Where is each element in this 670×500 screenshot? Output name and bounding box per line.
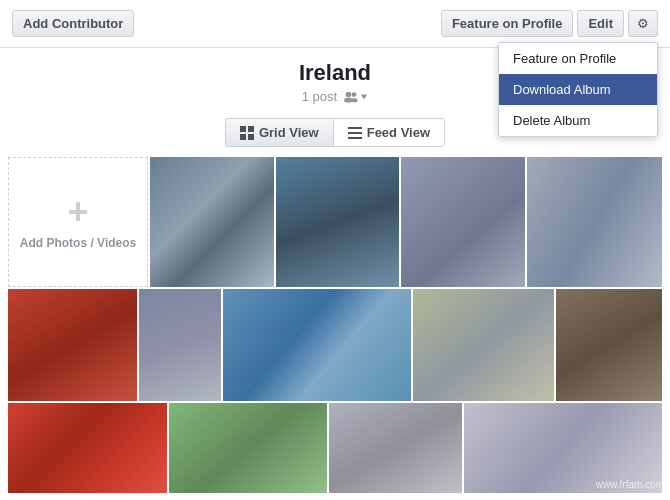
photo-1[interactable] xyxy=(150,157,274,287)
feature-profile-button[interactable]: Feature on Profile xyxy=(441,10,574,37)
photo-2[interactable] xyxy=(276,157,400,287)
svg-point-0 xyxy=(346,91,352,97)
gear-button[interactable]: ⚙ xyxy=(628,10,658,37)
post-count: 1 post xyxy=(302,89,337,104)
photo-11[interactable] xyxy=(169,403,328,493)
photo-10[interactable] xyxy=(8,403,167,493)
add-contributor-button[interactable]: Add Contributor xyxy=(12,10,134,37)
photo-13[interactable] xyxy=(464,403,662,493)
photo-12[interactable] xyxy=(329,403,461,493)
svg-rect-11 xyxy=(348,137,362,139)
grid-icon xyxy=(240,126,254,140)
dropdown-feature-profile[interactable]: Feature on Profile xyxy=(499,43,657,74)
add-photos-cell[interactable]: + Add Photos / Videos xyxy=(8,157,148,287)
top-right-actions: Feature on Profile Edit ⚙ Feature on Pro… xyxy=(441,10,658,37)
dropdown-delete-album[interactable]: Delete Album xyxy=(499,105,657,136)
svg-point-2 xyxy=(352,92,357,97)
add-plus-icon: + xyxy=(67,194,88,230)
add-photos-label: Add Photos / Videos xyxy=(20,236,136,250)
svg-rect-8 xyxy=(248,134,254,140)
dropdown-menu: Feature on Profile Download Album Delete… xyxy=(498,42,658,137)
svg-rect-7 xyxy=(240,134,246,140)
feed-view-button[interactable]: Feed View xyxy=(333,118,445,147)
photo-8[interactable] xyxy=(413,289,554,401)
top-bar: Add Contributor Feature on Profile Edit … xyxy=(0,0,670,48)
photo-5[interactable] xyxy=(8,289,137,401)
svg-marker-4 xyxy=(361,94,367,99)
svg-point-3 xyxy=(351,98,357,102)
grid-view-button[interactable]: Grid View xyxy=(225,118,333,147)
photo-6[interactable] xyxy=(139,289,221,401)
edit-button[interactable]: Edit xyxy=(577,10,624,37)
privacy-icon[interactable] xyxy=(342,91,368,103)
feed-icon xyxy=(348,126,362,140)
photo-4[interactable] xyxy=(527,157,662,287)
svg-rect-6 xyxy=(248,126,254,132)
dropdown-download-album[interactable]: Download Album xyxy=(499,74,657,105)
svg-rect-10 xyxy=(348,132,362,134)
svg-rect-9 xyxy=(348,127,362,129)
photo-9[interactable] xyxy=(556,289,662,401)
photo-3[interactable] xyxy=(401,157,525,287)
svg-rect-5 xyxy=(240,126,246,132)
photo-7[interactable] xyxy=(223,289,411,401)
